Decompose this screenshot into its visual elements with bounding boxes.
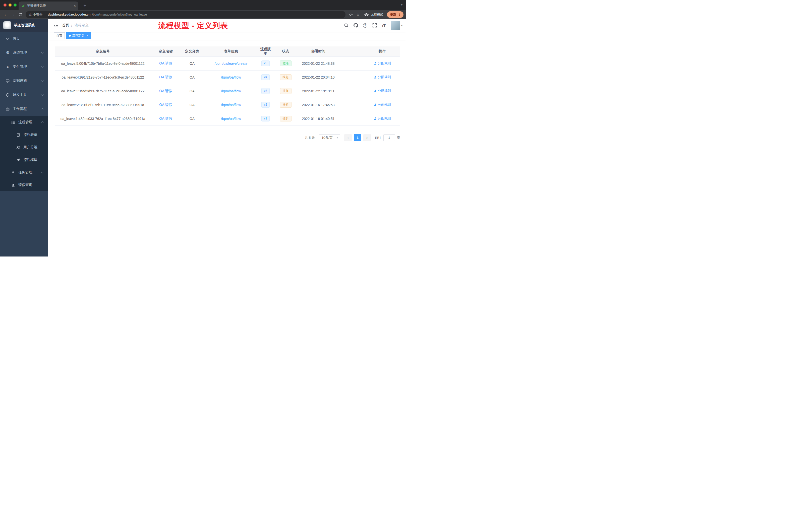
col-definition-name: 定义名称 bbox=[151, 47, 181, 57]
sidebar-fold-icon[interactable] bbox=[48, 19, 62, 32]
url-path: /bpm/manager/definition?key=oa_leave bbox=[92, 13, 147, 16]
assign-rule-link[interactable]: 分配规则 bbox=[374, 102, 391, 107]
sidebar-item-home[interactable]: 首页 bbox=[0, 32, 48, 46]
navbar-actions: ? TT ▾ bbox=[344, 21, 406, 30]
status-badge: 挂起 bbox=[280, 116, 291, 122]
col-form-info: 表单信息 bbox=[203, 47, 259, 57]
tab-close-icon[interactable]: × bbox=[74, 4, 76, 8]
definition-category: OA bbox=[181, 84, 203, 98]
security-label: 不安全 bbox=[33, 12, 43, 17]
definition-name-link[interactable]: OA 请假 bbox=[159, 89, 172, 93]
col-process-version: 流程版本 bbox=[259, 47, 272, 57]
deploy-time: 2022-01-22 19:19:11 bbox=[299, 84, 338, 98]
status-badge: 挂起 bbox=[280, 88, 291, 94]
new-tab-button[interactable]: + bbox=[82, 3, 88, 9]
form-link[interactable]: /bpm/oa/flow bbox=[221, 75, 241, 79]
assign-rule-link[interactable]: 分配规则 bbox=[374, 89, 391, 93]
deploy-time: 2022-01-22 21:48:38 bbox=[299, 57, 338, 70]
sidebar-item-system[interactable]: ⚙ 系统管理 bbox=[0, 46, 48, 60]
sidebar-item-infrastructure[interactable]: 基础设施 bbox=[0, 74, 48, 88]
breadcrumb-home[interactable]: 首页 bbox=[62, 23, 69, 28]
url-host: dashboard.yudao.iocoder.cn bbox=[48, 13, 90, 16]
goto-page-input[interactable] bbox=[383, 134, 395, 141]
pagination: 共 5 条 10条/页 ▾ ‹ 1 › 前往 页 bbox=[55, 134, 400, 141]
sidebar-item-label: 首页 bbox=[13, 36, 20, 41]
search-icon[interactable] bbox=[344, 23, 348, 28]
gear-icon: ⚙ bbox=[5, 51, 10, 55]
zoom-window-button[interactable] bbox=[13, 3, 17, 6]
reload-button[interactable] bbox=[17, 13, 24, 17]
sidebar-item-devtools[interactable]: 研发工具 bbox=[0, 88, 48, 102]
next-page-button[interactable]: › bbox=[363, 134, 371, 141]
table-row: oa_leave:5:004b710b-7b8a-11ec-8ef0-acde4… bbox=[55, 57, 400, 70]
definition-name-link[interactable]: OA 请假 bbox=[159, 117, 172, 120]
version-tag: v1 bbox=[261, 116, 270, 122]
tab-search-chevron-icon[interactable]: ▾ bbox=[401, 3, 403, 6]
definition-name-link[interactable]: OA 请假 bbox=[159, 75, 172, 79]
sidebar-item-process-management[interactable]: 流程管理 bbox=[0, 116, 48, 128]
tag-home[interactable]: 首页 bbox=[54, 32, 65, 39]
chevron-up-icon bbox=[41, 108, 44, 111]
workflow-submenu: 流程管理 流程表单 用户分组 流程模型 bbox=[0, 116, 48, 191]
main-area: 首页 / 流程定义 流程模型 - 定义列表 ? TT ▾ bbox=[48, 19, 406, 256]
assign-rule-link[interactable]: 分配规则 bbox=[374, 75, 391, 79]
github-icon[interactable] bbox=[353, 23, 358, 28]
sidebar-item-process-form[interactable]: 流程表单 bbox=[0, 128, 48, 141]
bookmark-star-icon[interactable]: ☆ bbox=[356, 12, 359, 17]
sidebar-item-process-model[interactable]: 流程模型 bbox=[0, 154, 48, 166]
definition-category: OA bbox=[181, 70, 203, 84]
page-1-button[interactable]: 1 bbox=[354, 134, 361, 141]
user-menu[interactable]: ▾ bbox=[391, 21, 403, 30]
definition-category: OA bbox=[181, 98, 203, 112]
version-tag: v5 bbox=[261, 60, 270, 66]
user-icon bbox=[374, 89, 377, 93]
sidebar-item-task-management[interactable]: 任务管理 bbox=[0, 166, 48, 179]
sidebar-item-leave-query[interactable]: 请假查询 bbox=[0, 179, 48, 191]
tab-title: 芋道管理系统 bbox=[27, 4, 72, 8]
sidebar-logo[interactable]: 芋道管理系统 bbox=[0, 19, 48, 32]
browser-tab[interactable]: 芋道管理系统 × bbox=[19, 1, 78, 10]
site-favicon bbox=[22, 4, 25, 7]
forward-button[interactable]: → bbox=[9, 12, 17, 17]
form-link[interactable]: /bpm/oa/flow bbox=[221, 117, 241, 121]
help-icon[interactable]: ? bbox=[363, 23, 367, 28]
sidebar-item-workflow[interactable]: 工作流程 bbox=[0, 102, 48, 116]
prev-page-button[interactable]: ‹ bbox=[344, 134, 352, 141]
font-size-icon[interactable]: TT bbox=[382, 23, 386, 28]
form-link[interactable]: /bpm/oa/leave/create bbox=[215, 61, 248, 65]
user-icon bbox=[374, 76, 377, 79]
address-bar[interactable]: ⚠ 不安全 dashboard.yudao.iocoder.cn /bpm/ma… bbox=[26, 11, 346, 18]
definition-name-link[interactable]: OA 请假 bbox=[159, 103, 172, 107]
tag-process-definition[interactable]: 流程定义 × bbox=[66, 32, 91, 39]
col-operation: 操作 bbox=[364, 47, 400, 57]
form-link[interactable]: /bpm/oa/flow bbox=[221, 103, 241, 107]
browser-update-button[interactable]: 更新 ⋮ bbox=[387, 11, 404, 18]
definition-id: oa_leave:1:482ec033-762a-11ec-8477-a2380… bbox=[55, 112, 151, 125]
close-window-button[interactable] bbox=[3, 3, 6, 6]
url-divider bbox=[45, 13, 45, 16]
sidebar-item-label: 请假查询 bbox=[18, 183, 32, 187]
deploy-time: 2022-01-22 20:34:10 bbox=[299, 70, 338, 84]
sidebar-item-label: 工作流程 bbox=[13, 107, 27, 111]
page-size-select[interactable]: 10条/页 ▾ bbox=[319, 134, 340, 141]
close-icon[interactable]: × bbox=[86, 34, 88, 37]
breadcrumb-separator: / bbox=[71, 23, 72, 27]
fullscreen-icon[interactable] bbox=[372, 23, 377, 28]
minimize-window-button[interactable] bbox=[8, 3, 11, 6]
monitor-icon bbox=[5, 79, 10, 83]
definition-name-link[interactable]: OA 请假 bbox=[159, 61, 172, 65]
sidebar: 芋道管理系统 首页 ⚙ 系统管理 ¥ 支付管理 基础设施 bbox=[0, 19, 48, 256]
sidebar-item-payment[interactable]: ¥ 支付管理 bbox=[0, 60, 48, 74]
briefcase-icon bbox=[5, 107, 10, 111]
back-button[interactable]: ← bbox=[2, 12, 9, 17]
users-icon bbox=[16, 145, 20, 150]
assign-rule-link[interactable]: 分配规则 bbox=[374, 61, 391, 65]
document-icon bbox=[16, 133, 20, 137]
password-key-icon[interactable] bbox=[349, 12, 353, 17]
browser-menu-dots-icon[interactable]: ⋮ bbox=[398, 13, 402, 17]
goto-unit: 页 bbox=[397, 135, 400, 140]
col-status: 状态 bbox=[272, 47, 299, 57]
sidebar-item-user-group[interactable]: 用户分组 bbox=[0, 141, 48, 154]
form-link[interactable]: /bpm/oa/flow bbox=[221, 89, 241, 93]
assign-rule-link[interactable]: 分配规则 bbox=[374, 116, 391, 121]
